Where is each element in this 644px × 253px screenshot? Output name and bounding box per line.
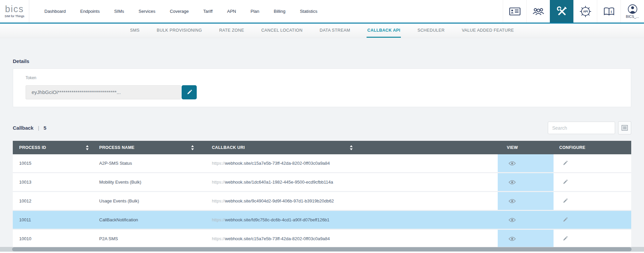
- table-row[interactable]: 10012 Usage Events (Bulk) https://webhoo…: [13, 192, 631, 211]
- view-button-cell[interactable]: [498, 154, 554, 172]
- tab-sms[interactable]: SMS: [129, 24, 140, 38]
- nav-item-dashboard[interactable]: Dashboard: [44, 9, 66, 14]
- table-row[interactable]: 10015 A2P-SMS Status https://webhook.sit…: [13, 154, 631, 173]
- configure-button-cell[interactable]: [554, 211, 631, 229]
- uri-scheme: https://: [212, 236, 225, 241]
- cell-process-id: 10012: [13, 192, 99, 210]
- view-button-cell[interactable]: [498, 192, 554, 210]
- nav-item-plan[interactable]: Plan: [251, 9, 259, 14]
- users-icon: [532, 7, 544, 16]
- nav-item-statistics[interactable]: Statistics: [300, 9, 317, 14]
- token-edit-button[interactable]: [182, 85, 197, 99]
- cell-process-id: 10013: [13, 173, 99, 191]
- column-label: CONFIGURE: [559, 145, 585, 150]
- bottom-gap: [0, 252, 644, 253]
- horizontal-scrollbar[interactable]: [0, 247, 644, 252]
- token-field[interactable]: eyJhbGciOi******************************…: [26, 85, 181, 99]
- tab-bulk-provisioning[interactable]: BULK PROVISIONING: [156, 24, 203, 38]
- table-row[interactable]: 10011 CallBackNotification https://webho…: [13, 211, 631, 230]
- knowledge-book-icon: i: [603, 7, 615, 16]
- column-header-view: VIEW: [498, 141, 554, 154]
- nav-item-sims[interactable]: SIMs: [114, 9, 124, 14]
- users-button[interactable]: [526, 0, 550, 23]
- callback-table: PROCESS ID PROCESS NAME: [13, 141, 631, 247]
- pencil-icon: [187, 90, 192, 95]
- scrollbar-thumb[interactable]: [12, 247, 632, 251]
- view-button-cell[interactable]: [498, 230, 554, 247]
- top-header: bics SIM for Things DashboardEndpointsSI…: [0, 0, 644, 24]
- eye-icon: [508, 199, 516, 203]
- view-button-cell[interactable]: [498, 173, 554, 191]
- table-body: 10015 A2P-SMS Status https://webhook.sit…: [13, 154, 631, 247]
- tab-rate-zone[interactable]: RATE ZONE: [219, 24, 245, 38]
- main-nav: DashboardEndpointsSIMsServicesCoverageTa…: [44, 0, 503, 23]
- table-row[interactable]: 10010 P2A SMS https://webhook.site/c15a7…: [13, 230, 631, 247]
- cell-callback-uri: https://webhook.site/c15a7e5b-73ff-42da-…: [212, 230, 498, 247]
- cell-process-name: P2A SMS: [99, 230, 212, 247]
- column-settings-button[interactable]: [618, 121, 631, 134]
- id-card-icon: [509, 7, 521, 15]
- details-card: Token eyJhbGciOi************************…: [13, 68, 631, 107]
- pencil-icon: [563, 180, 568, 185]
- svg-text:i: i: [611, 9, 612, 13]
- pencil-icon: [563, 236, 568, 241]
- uri-path: webhook.site/c15a7e5b-73ff-42da-8202-0ff…: [225, 161, 330, 166]
- column-label: VIEW: [507, 145, 518, 150]
- sort-icon[interactable]: [191, 145, 194, 150]
- nav-item-services[interactable]: Services: [139, 9, 155, 14]
- nav-item-coverage[interactable]: Coverage: [170, 9, 189, 14]
- column-label: CALLBACK URI: [212, 145, 245, 150]
- nav-item-tariff[interactable]: Tariff: [203, 9, 213, 14]
- column-header-configure: CONFIGURE: [554, 141, 631, 154]
- sort-icon[interactable]: [350, 145, 353, 150]
- api-docs-button[interactable]: API: [573, 0, 597, 23]
- column-header-process-id[interactable]: PROCESS ID: [13, 141, 99, 154]
- tools-button[interactable]: [550, 0, 573, 23]
- tab-value-added-feature[interactable]: VALUE ADDED FEATURE: [461, 24, 515, 38]
- cell-callback-uri: https://webhook.site/c15a7e5b-73ff-42da-…: [212, 154, 498, 172]
- tools-icon: [557, 6, 567, 17]
- cell-process-name: CallBackNotification: [99, 211, 212, 229]
- configure-button-cell[interactable]: [554, 230, 631, 247]
- tab-callback-api[interactable]: CALLBACK API: [367, 24, 401, 38]
- pencil-icon: [563, 217, 568, 222]
- brand-logo[interactable]: bics SIM for Things: [0, 0, 29, 23]
- nav-item-apn[interactable]: APN: [227, 9, 236, 14]
- tab-cancel-location[interactable]: CANCEL LOCATION: [261, 24, 303, 38]
- token-label: Token: [26, 75, 631, 80]
- table-row[interactable]: 10013 Mobility Events (Bulk) https://web…: [13, 173, 631, 192]
- profile-button[interactable]: BICS_...: [620, 0, 644, 23]
- configure-button-cell[interactable]: [554, 192, 631, 210]
- search-input[interactable]: [548, 122, 615, 134]
- cell-process-id: 10010: [13, 230, 99, 247]
- tab-scheduler[interactable]: SCHEDULER: [417, 24, 445, 38]
- configure-button-cell[interactable]: [554, 154, 631, 172]
- account-details-button[interactable]: [503, 0, 526, 23]
- uri-scheme: https://: [212, 180, 225, 185]
- view-button-cell[interactable]: [498, 211, 554, 229]
- profile-label: BICS_...: [626, 14, 639, 19]
- sort-icon[interactable]: [86, 145, 89, 150]
- brand-logo-subtext: SIM for Things: [5, 14, 24, 18]
- knowledge-base-button[interactable]: i: [597, 0, 620, 23]
- callback-title-text: Callback: [13, 125, 34, 131]
- column-label: PROCESS NAME: [99, 145, 135, 150]
- api-gear-icon: API: [579, 5, 592, 18]
- callback-section-title: Callback | 5: [13, 125, 46, 131]
- eye-icon: [508, 180, 516, 185]
- cell-process-name: A2P-SMS Status: [99, 154, 212, 172]
- configure-button-cell[interactable]: [554, 173, 631, 191]
- nav-item-billing[interactable]: Billing: [274, 9, 286, 14]
- tab-data-stream[interactable]: DATA STREAM: [319, 24, 351, 38]
- header-icon-bar: API i BICS_...: [503, 0, 644, 23]
- pencil-icon: [563, 198, 568, 203]
- details-section-title: Details: [13, 58, 631, 64]
- column-header-process-name[interactable]: PROCESS NAME: [99, 141, 212, 154]
- uri-scheme: https://: [212, 161, 225, 166]
- uri-path: webhook.site/fd9c758c-dc6b-4cd1-a90f-d07…: [225, 217, 330, 222]
- column-header-callback-uri[interactable]: CALLBACK URI: [212, 141, 498, 154]
- uri-path: webhook.site/9c4904d2-9d9f-406b-97d1-b39…: [225, 198, 334, 203]
- nav-item-endpoints[interactable]: Endpoints: [80, 9, 100, 14]
- cell-process-id: 10011: [13, 211, 99, 229]
- cell-callback-uri: https://webhook.site/fd9c758c-dc6b-4cd1-…: [212, 211, 498, 229]
